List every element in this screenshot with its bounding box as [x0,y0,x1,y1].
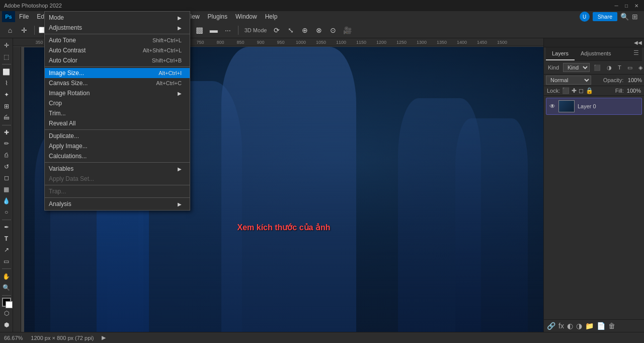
lock-all-icon[interactable]: 🔒 [586,87,593,94]
close-button[interactable]: ✕ [633,2,640,9]
blend-mode-select[interactable]: Normal [546,76,591,85]
tab-adjustments[interactable]: Adjustments [575,47,617,60]
share-button[interactable]: Share [593,12,617,21]
menu-calculations[interactable]: Calculations... [45,151,190,161]
menu-analysis[interactable]: Analysis ▶ [45,199,190,209]
filter-shape-icon[interactable]: ▭ [625,63,634,72]
panel-collapse-bar: ◀◀ [544,38,644,47]
lock-position-icon[interactable]: ✚ [572,87,577,94]
image-dropdown-menu: Mode ▶ Adjustments ▶ Auto Tone Shift+Ctr… [44,11,190,211]
menu-auto-color[interactable]: Auto Color Shift+Ctrl+B [45,55,190,65]
stamp-tool[interactable]: ⎙ [1,150,12,161]
menu-image-size[interactable]: Image Size... Alt+Ctrl+I [45,68,190,78]
quick-mask-toggle[interactable]: ⬡ [1,308,12,319]
pen-tool[interactable]: ✒ [1,222,12,233]
panel-menu-icon[interactable]: ☰ [630,47,642,60]
user-avatar[interactable]: U [580,12,590,22]
background-color[interactable] [6,301,13,308]
filter-adj-icon[interactable]: ◑ [605,63,614,72]
kind-filter-select[interactable]: Kind [563,63,590,72]
menu-auto-contrast[interactable]: Auto Contrast Alt+Shift+Ctrl+L [45,45,190,55]
dodge-tool[interactable]: ○ [1,207,12,218]
panel-header: Layers Adjustments ☰ [544,47,644,61]
zoom-tool[interactable]: 🔍 [1,283,12,293]
menu-auto-tone[interactable]: Auto Tone Shift+Ctrl+L [45,35,190,45]
artboard-tool[interactable]: ⬚ [1,52,12,62]
layer-item-0[interactable]: 👁 Layer 0 [546,98,642,115]
lock-artboards-icon[interactable]: ◻ [579,87,584,94]
home-icon[interactable]: ⌂ [4,24,16,36]
layer-visibility-icon[interactable]: 👁 [549,103,555,110]
opacity-label: Opacity: [603,77,626,83]
title-text: Adobe Photoshop 2022 [4,3,62,9]
crop-label: Crop [49,100,62,107]
hand-tool[interactable]: ✋ [1,271,12,282]
delete-layer-icon[interactable]: 🗑 [608,322,615,330]
minimize-button[interactable]: ─ [613,2,620,9]
gradient-tool[interactable]: ▦ [1,184,12,195]
menu-crop[interactable]: Crop [45,98,190,108]
menu-variables[interactable]: Variables ▶ [45,164,190,174]
history-brush-tool[interactable]: ↺ [1,161,12,172]
3d-icon-3[interactable]: ⊕ [299,24,311,36]
brush-tool[interactable]: ✏ [1,139,12,149]
mode-label: Mode [49,14,64,21]
marquee-tool[interactable]: ⬜ [1,66,12,77]
new-layer-icon[interactable]: 📄 [597,322,605,330]
menu-image-rotation[interactable]: Image Rotation ▶ [45,88,190,98]
menu-trim[interactable]: Trim... [45,108,190,118]
new-fill-layer-icon[interactable]: ◑ [576,322,582,330]
foreground-color[interactable] [2,298,11,306]
path-select-tool[interactable]: ↗ [1,245,12,255]
link-layers-icon[interactable]: 🔗 [547,322,555,330]
distribute-horiz-icon[interactable]: ▬ [208,24,220,36]
menu-apply-image[interactable]: Apply Image... [45,141,190,151]
menu-duplicate[interactable]: Duplicate... [45,131,190,141]
eraser-tool[interactable]: ◻ [1,173,12,183]
screen-mode-toggle[interactable]: ⬢ [1,319,12,330]
menu-mode[interactable]: Mode ▶ [45,13,190,23]
auto-tone-label: Auto Tone [49,37,76,44]
filter-type-icon[interactable]: T [616,63,623,72]
arrange-icon[interactable]: ⊞ [632,13,638,21]
menu-trap: Trap... [45,186,190,196]
menu-item-window[interactable]: Window [231,12,261,21]
filter-smartobj-icon[interactable]: ◈ [636,63,644,72]
menu-adjustments[interactable]: Adjustments ▶ [45,23,190,33]
tab-layers[interactable]: Layers [546,47,575,60]
quick-select-tool[interactable]: ✦ [1,90,12,100]
lasso-tool[interactable]: ⌇ [1,78,12,89]
3d-icon-5[interactable]: ⊙ [327,24,339,36]
layer-mask-icon[interactable]: ◐ [567,322,573,330]
type-tool[interactable]: T [1,233,12,244]
panel-collapse-icon[interactable]: ◀◀ [634,40,642,45]
eyedropper-tool[interactable]: 🖮 [1,112,12,123]
canvas-size-label: Canvas Size... [49,80,88,87]
lock-pixels-icon[interactable]: ⬛ [562,87,570,94]
search-icon[interactable]: 🔍 [620,13,629,21]
blur-tool[interactable]: 💧 [1,195,12,206]
layer-effects-icon[interactable]: fx [558,322,564,330]
3d-icon-1[interactable]: ⟳ [271,24,283,36]
menu-reveal-all[interactable]: Reveal All [45,118,190,128]
healing-tool[interactable]: ✚ [1,127,12,138]
new-group-icon[interactable]: 📁 [585,322,594,330]
move-tool-icon[interactable]: ✛ [18,24,30,36]
panel-tabs: Layers Adjustments ☰ [546,47,642,61]
align-bottom-icon[interactable]: ▩ [194,24,206,36]
crop-tool[interactable]: ⊞ [1,101,12,111]
move-tool[interactable]: ✛ [1,40,12,51]
3d-icon-4[interactable]: ⊗ [313,24,325,36]
menu-canvas-size[interactable]: Canvas Size... Alt+Ctrl+C [45,78,190,88]
maximize-button[interactable]: □ [623,2,630,9]
menu-item-file[interactable]: File [15,12,33,21]
status-arrow[interactable]: ▶ [102,334,106,341]
menu-item-help[interactable]: Help [261,12,282,21]
filter-pixel-icon[interactable]: ⬛ [592,63,603,72]
menu-item-plugins[interactable]: Plugins [204,12,231,21]
shape-tool[interactable]: ▭ [1,256,12,267]
3d-icon-2[interactable]: ⤡ [285,24,297,36]
more-icon[interactable]: ··· [222,24,234,36]
3d-icon-6[interactable]: 🎥 [341,24,353,36]
lt-sep-4 [2,268,11,269]
